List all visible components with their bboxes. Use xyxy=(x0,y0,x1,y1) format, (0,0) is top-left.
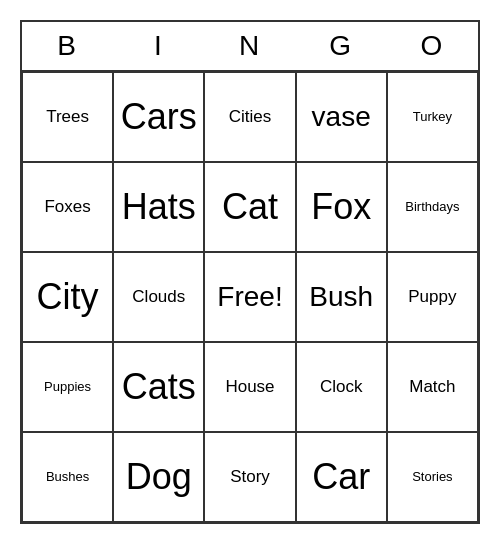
header-letter: N xyxy=(204,22,295,70)
bingo-cell-r2-c3[interactable]: Bush xyxy=(296,252,387,342)
bingo-cell-r0-c2[interactable]: Cities xyxy=(204,72,295,162)
bingo-cell-r1-c2[interactable]: Cat xyxy=(204,162,295,252)
bingo-cell-r4-c0[interactable]: Bushes xyxy=(22,432,113,522)
bingo-cell-r0-c3[interactable]: vase xyxy=(296,72,387,162)
cell-text: Clock xyxy=(320,378,363,397)
cell-text: Cities xyxy=(229,108,272,127)
cell-text: City xyxy=(37,277,99,317)
cell-text: Birthdays xyxy=(405,200,459,214)
bingo-cell-r2-c2[interactable]: Free! xyxy=(204,252,295,342)
bingo-cell-r0-c4[interactable]: Turkey xyxy=(387,72,478,162)
cell-text: Turkey xyxy=(413,110,452,124)
bingo-cell-r2-c1[interactable]: Clouds xyxy=(113,252,204,342)
cell-text: Dog xyxy=(126,457,192,497)
bingo-cell-r3-c4[interactable]: Match xyxy=(387,342,478,432)
bingo-cell-r3-c0[interactable]: Puppies xyxy=(22,342,113,432)
bingo-cell-r1-c4[interactable]: Birthdays xyxy=(387,162,478,252)
header-letter: I xyxy=(113,22,204,70)
cell-text: Cat xyxy=(222,187,278,227)
bingo-cell-r1-c3[interactable]: Fox xyxy=(296,162,387,252)
bingo-cell-r0-c0[interactable]: Trees xyxy=(22,72,113,162)
bingo-cell-r4-c3[interactable]: Car xyxy=(296,432,387,522)
header-letter: B xyxy=(22,22,113,70)
bingo-cell-r4-c4[interactable]: Stories xyxy=(387,432,478,522)
cell-text: Car xyxy=(312,457,370,497)
bingo-cell-r3-c2[interactable]: House xyxy=(204,342,295,432)
cell-text: Bushes xyxy=(46,470,89,484)
cell-text: Cats xyxy=(122,367,196,407)
cell-text: Bush xyxy=(309,282,373,313)
cell-text: Free! xyxy=(217,282,282,313)
cell-text: Hats xyxy=(122,187,196,227)
bingo-cell-r4-c2[interactable]: Story xyxy=(204,432,295,522)
bingo-header: BINGO xyxy=(22,22,478,72)
cell-text: Match xyxy=(409,378,455,397)
header-letter: O xyxy=(387,22,478,70)
cell-text: Foxes xyxy=(44,198,90,217)
bingo-cell-r3-c3[interactable]: Clock xyxy=(296,342,387,432)
cell-text: Stories xyxy=(412,470,452,484)
bingo-card: BINGO TreesCarsCitiesvaseTurkeyFoxesHats… xyxy=(20,20,480,524)
bingo-grid: TreesCarsCitiesvaseTurkeyFoxesHatsCatFox… xyxy=(22,72,478,522)
bingo-cell-r3-c1[interactable]: Cats xyxy=(113,342,204,432)
bingo-cell-r1-c1[interactable]: Hats xyxy=(113,162,204,252)
cell-text: House xyxy=(225,378,274,397)
bingo-cell-r2-c0[interactable]: City xyxy=(22,252,113,342)
cell-text: vase xyxy=(312,102,371,133)
bingo-cell-r2-c4[interactable]: Puppy xyxy=(387,252,478,342)
cell-text: Clouds xyxy=(132,288,185,307)
cell-text: Story xyxy=(230,468,270,487)
cell-text: Cars xyxy=(121,97,197,137)
cell-text: Puppies xyxy=(44,380,91,394)
cell-text: Puppy xyxy=(408,288,456,307)
bingo-cell-r4-c1[interactable]: Dog xyxy=(113,432,204,522)
cell-text: Trees xyxy=(46,108,89,127)
bingo-cell-r1-c0[interactable]: Foxes xyxy=(22,162,113,252)
cell-text: Fox xyxy=(311,187,371,227)
header-letter: G xyxy=(296,22,387,70)
bingo-cell-r0-c1[interactable]: Cars xyxy=(113,72,204,162)
